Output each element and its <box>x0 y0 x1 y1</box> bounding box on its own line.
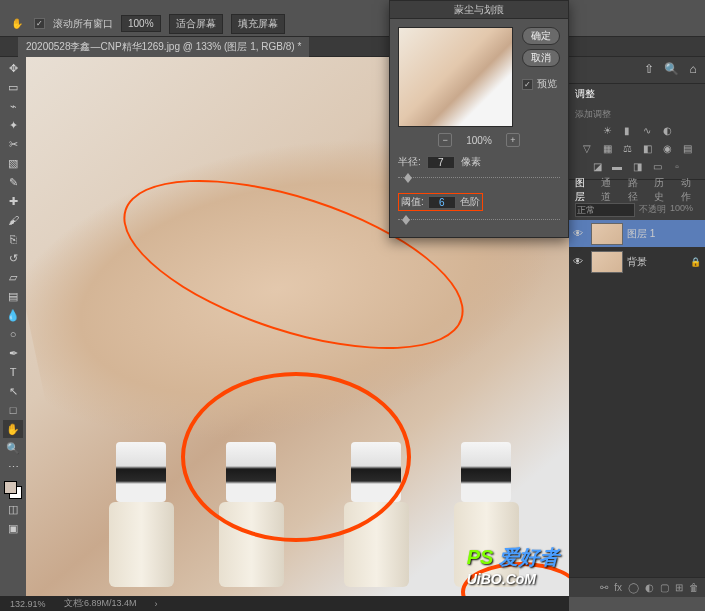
photo-filter-icon[interactable]: ◉ <box>660 141 674 155</box>
eraser-tool-icon[interactable]: ▱ <box>3 268 23 286</box>
gradmap-icon[interactable]: ▭ <box>650 159 664 173</box>
history-brush-icon[interactable]: ↺ <box>3 249 23 267</box>
cancel-button[interactable]: 取消 <box>522 49 560 67</box>
exposure-icon[interactable]: ◐ <box>660 123 674 137</box>
screenmode-icon[interactable]: ▣ <box>3 519 23 537</box>
layer-name[interactable]: 图层 1 <box>627 227 655 241</box>
tab-adjustments[interactable]: 调整 <box>575 87 595 101</box>
lasso-tool-icon[interactable]: ⌁ <box>3 97 23 115</box>
threshold-unit: 色阶 <box>460 195 480 209</box>
mixer-icon[interactable]: ▤ <box>680 141 694 155</box>
preview-zoom: 100% <box>466 135 492 146</box>
filter-preview[interactable] <box>398 27 513 127</box>
brush-tool-icon[interactable]: 🖌 <box>3 211 23 229</box>
scroll-all-label: 滚动所有窗口 <box>53 17 113 31</box>
crop-tool-icon[interactable]: ✂ <box>3 135 23 153</box>
dialog-title: 蒙尘与划痕 <box>390 1 568 19</box>
hue-icon[interactable]: ▦ <box>600 141 614 155</box>
stamp-tool-icon[interactable]: ⎘ <box>3 230 23 248</box>
gradient-tool-icon[interactable]: ▤ <box>3 287 23 305</box>
eyedropper-tool-icon[interactable]: ✎ <box>3 173 23 191</box>
status-zoom[interactable]: 132.91% <box>10 599 46 609</box>
zoom-out-icon[interactable]: − <box>438 133 452 147</box>
radius-unit: 像素 <box>461 155 481 169</box>
bw-icon[interactable]: ◧ <box>640 141 654 155</box>
dust-scratches-dialog: 蒙尘与划痕 确定 取消 预览 − 100% + 半径: 像素 阈值: 色阶 <box>389 0 569 238</box>
document-tab[interactable]: 20200528李鑫—CNP精华1269.jpg @ 133% (图层 1, R… <box>18 37 309 57</box>
adj-layer-icon[interactable]: ◐ <box>645 582 654 593</box>
zoom-100-button[interactable]: 100% <box>121 15 161 32</box>
scroll-all-checkbox[interactable] <box>34 18 45 29</box>
share-icon[interactable]: ⇧ <box>641 61 657 77</box>
trash-icon[interactable]: 🗑 <box>689 582 699 593</box>
layer-row[interactable]: 👁 图层 1 <box>569 220 705 248</box>
layer-thumb[interactable] <box>591 223 623 245</box>
quickmask-icon[interactable]: ◫ <box>3 500 23 518</box>
dodge-tool-icon[interactable]: ○ <box>3 325 23 343</box>
threshold-input[interactable] <box>428 196 456 209</box>
colorbal-icon[interactable]: ⚖ <box>620 141 634 155</box>
fill-screen-button[interactable]: 填充屏幕 <box>231 14 285 34</box>
group-icon[interactable]: ▢ <box>660 582 669 593</box>
radius-label: 半径: <box>398 155 421 169</box>
new-layer-icon[interactable]: ⊞ <box>675 582 683 593</box>
marquee-tool-icon[interactable]: ▭ <box>3 78 23 96</box>
invert-icon[interactable]: ◪ <box>590 159 604 173</box>
fit-screen-button[interactable]: 适合屏幕 <box>169 14 223 34</box>
color-swatch[interactable] <box>4 481 22 499</box>
lock-icon: 🔒 <box>690 257 701 267</box>
ok-button[interactable]: 确定 <box>522 27 560 45</box>
home-icon[interactable]: ⌂ <box>685 61 701 77</box>
link-icon[interactable]: ⚯ <box>600 582 608 593</box>
watermark: PS 爱好者UiBO.CoM <box>467 544 559 587</box>
document-tab-bar: 20200528李鑫—CNP精华1269.jpg @ 133% (图层 1, R… <box>0 37 705 57</box>
fx-icon[interactable]: fx <box>614 582 622 593</box>
shape-tool-icon[interactable]: □ <box>3 401 23 419</box>
pen-tool-icon[interactable]: ✒ <box>3 344 23 362</box>
status-bar: 132.91% 文档:6.89M/13.4M › <box>0 596 569 611</box>
wand-tool-icon[interactable]: ✦ <box>3 116 23 134</box>
annotation-ellipse <box>181 372 411 542</box>
options-bar: ✋ 滚动所有窗口 100% 适合屏幕 填充屏幕 <box>0 11 705 37</box>
zoom-in-icon[interactable]: + <box>506 133 520 147</box>
move-tool-icon[interactable]: ✥ <box>3 59 23 77</box>
curves-icon[interactable]: ∿ <box>640 123 654 137</box>
layer-thumb[interactable] <box>591 251 623 273</box>
thresh-icon[interactable]: ◨ <box>630 159 644 173</box>
layer-name[interactable]: 背景 <box>627 255 647 269</box>
heal-tool-icon[interactable]: ✚ <box>3 192 23 210</box>
radius-slider[interactable] <box>398 171 560 185</box>
selcolor-icon[interactable]: ▫ <box>670 159 684 173</box>
chevron-right-icon[interactable]: › <box>155 599 158 609</box>
tool-panel: ✥ ▭ ⌁ ✦ ✂ ▧ ✎ ✚ 🖌 ⎘ ↺ ▱ ▤ 💧 ○ ✒ T ↖ □ ✋ … <box>0 57 26 597</box>
frame-tool-icon[interactable]: ▧ <box>3 154 23 172</box>
threshold-slider[interactable] <box>398 213 560 227</box>
brightness-icon[interactable]: ☀ <box>600 123 614 137</box>
visibility-icon[interactable]: 👁 <box>573 256 587 267</box>
radius-input[interactable] <box>427 156 455 169</box>
edit-toolbar-icon[interactable]: ⋯ <box>3 458 23 476</box>
mask-icon[interactable]: ◯ <box>628 582 639 593</box>
layer-row[interactable]: 👁 背景 🔒 <box>569 248 705 276</box>
right-panels: ⇧ 🔍 ⌂ 调整 添加调整 ☀▮∿◐ ▽▦⚖◧◉▤ ◪▬◨▭▫ 图层 通道 路径… <box>569 57 705 597</box>
status-docsize[interactable]: 文档:6.89M/13.4M <box>64 597 137 610</box>
zoom-tool-icon[interactable]: 🔍 <box>3 439 23 457</box>
levels-icon[interactable]: ▮ <box>620 123 634 137</box>
poster-icon[interactable]: ▬ <box>610 159 624 173</box>
threshold-label: 阈值: <box>401 195 424 209</box>
blur-tool-icon[interactable]: 💧 <box>3 306 23 324</box>
preview-checkbox[interactable] <box>522 79 533 90</box>
path-tool-icon[interactable]: ↖ <box>3 382 23 400</box>
hand-tool-icon[interactable]: ✋ <box>8 15 26 33</box>
visibility-icon[interactable]: 👁 <box>573 228 587 239</box>
hand-tool-icon[interactable]: ✋ <box>3 420 23 438</box>
blend-mode-select[interactable] <box>575 203 635 217</box>
adjust-hint: 添加调整 <box>575 108 699 121</box>
search-icon[interactable]: 🔍 <box>663 61 679 77</box>
type-tool-icon[interactable]: T <box>3 363 23 381</box>
vibrance-icon[interactable]: ▽ <box>580 141 594 155</box>
